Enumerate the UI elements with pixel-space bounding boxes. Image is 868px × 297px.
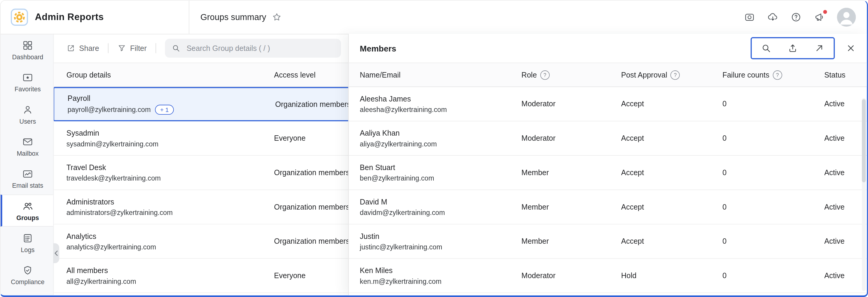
dashboard-grid-icon (22, 39, 33, 51)
envelope-icon (22, 136, 33, 147)
sidebar: Dashboard Favorites Users Mailbox (1, 34, 54, 296)
sidebar-item-favorites[interactable]: Favorites (1, 66, 53, 98)
sidebar-item-groups[interactable]: Groups (1, 195, 53, 227)
member-name: Aaliya Khan (360, 128, 522, 137)
app-brand[interactable]: Admin Reports (1, 1, 189, 34)
members-toolbar-highlight (750, 37, 835, 59)
open-in-new-icon[interactable] (814, 43, 824, 53)
logs-icon (22, 232, 33, 243)
group-name: Administrators (66, 197, 274, 206)
member-status: Active (824, 134, 867, 142)
member-role: Member (522, 168, 621, 177)
favorite-star-icon[interactable] (272, 12, 282, 22)
member-name: Justin (360, 232, 522, 241)
member-row[interactable]: Aaliya Khan aliya@zylkertraining.com Mod… (349, 121, 867, 156)
search-icon[interactable] (761, 43, 771, 53)
member-row[interactable]: Ken Miles ken.m@zylkertraining.com Moder… (349, 259, 867, 293)
toolbar-divider (108, 43, 108, 53)
sidebar-item-label: Groups (17, 214, 39, 221)
filter-button[interactable]: Filter (118, 44, 147, 53)
sidebar-item-label: Email stats (12, 182, 43, 189)
sidebar-item-email-stats[interactable]: Email stats (1, 162, 53, 194)
sidebar-item-mailbox[interactable]: Mailbox (1, 130, 53, 162)
group-search-input[interactable] (185, 44, 334, 53)
member-role: Moderator (522, 272, 621, 280)
member-status: Active (824, 272, 867, 280)
share-label: Share (79, 44, 99, 52)
email-stats-icon (22, 168, 33, 179)
member-name: Ben Stuart (360, 163, 522, 172)
top-bar: Admin Reports Groups summary (1, 1, 867, 34)
scrollbar-track (862, 98, 866, 291)
member-role: Moderator (522, 134, 621, 142)
members-table-header: Name/Email Role Post Approval Failure co… (349, 62, 867, 87)
sidebar-item-compliance[interactable]: Compliance (1, 259, 53, 291)
user-avatar[interactable] (837, 8, 856, 27)
sidebar-item-label: Favorites (14, 86, 41, 92)
chevron-left-icon (54, 250, 58, 256)
member-row[interactable]: David M davidm@zylkertraining.com Member… (349, 190, 867, 224)
member-role: Member (522, 237, 621, 245)
member-status: Active (824, 237, 867, 245)
sidebar-item-label: Logs (21, 246, 35, 253)
member-post-approval: Accept (621, 168, 722, 177)
group-name: Travel Desk (66, 163, 274, 172)
member-email: aliya@zylkertraining.com (360, 139, 522, 148)
role-help-icon[interactable] (540, 70, 549, 79)
group-name: All members (66, 266, 274, 275)
sidebar-item-dashboard[interactable]: Dashboard (1, 34, 53, 66)
members-title: Members (360, 44, 396, 53)
sidebar-item-logs[interactable]: Logs (1, 227, 53, 259)
member-status: Active (824, 203, 867, 211)
column-role: Role (522, 70, 621, 79)
member-post-approval: Hold (621, 272, 722, 280)
group-name: Payroll (67, 94, 275, 103)
member-role: Member (522, 203, 621, 211)
member-failure-count: 0 (722, 203, 824, 211)
help-icon[interactable] (790, 12, 802, 23)
column-failure-counts: Failure counts (722, 70, 824, 79)
export-icon[interactable] (787, 43, 798, 53)
member-status: Active (824, 100, 867, 108)
group-email: traveldesk@zylkertraining.com (66, 174, 274, 183)
favorites-icon (22, 72, 33, 83)
member-post-approval: Accept (621, 100, 722, 108)
shield-check-icon (22, 265, 33, 276)
column-post-approval: Post Approval (621, 70, 722, 79)
capture-icon[interactable] (744, 12, 755, 23)
member-row[interactable]: Justin justinc@zylkertraining.com Member… (349, 224, 867, 259)
share-icon (66, 44, 75, 53)
more-count-badge[interactable]: + 1 (155, 105, 174, 115)
group-email: payroll@zylkertraining.com (67, 105, 151, 114)
member-post-approval: Accept (621, 134, 722, 142)
post-approval-help-icon[interactable] (671, 70, 680, 79)
whats-new-icon[interactable] (814, 12, 825, 23)
app-window: Admin Reports Groups summary (0, 0, 868, 297)
member-row[interactable]: Aleesha James aleesha@zylkertraining.com… (349, 87, 867, 122)
failure-counts-help-icon[interactable] (773, 70, 782, 79)
member-failure-count: 0 (722, 100, 824, 108)
column-name-email: Name/Email (360, 71, 522, 79)
toolbar-divider (155, 43, 156, 53)
sidebar-item-label: Mailbox (17, 150, 38, 157)
member-failure-count: 0 (722, 272, 824, 280)
sidebar-collapse-handle[interactable] (53, 243, 59, 263)
admin-reports-logo-icon (10, 8, 28, 26)
members-panel-header: Members (349, 34, 867, 62)
app-title: Admin Reports (35, 12, 104, 23)
group-search-box[interactable] (165, 39, 341, 58)
member-row[interactable]: Ben Stuart ben@zylkertraining.com Member… (349, 156, 867, 190)
group-email: all@zylkertraining.com (66, 277, 274, 286)
close-icon[interactable] (846, 43, 856, 53)
column-status: Status (824, 71, 867, 79)
sidebar-item-users[interactable]: Users (1, 98, 53, 130)
member-failure-count: 0 (722, 168, 824, 177)
member-failure-count: 0 (722, 134, 824, 142)
member-email: ken.m@zylkertraining.com (360, 277, 522, 286)
column-group-details: Group details (66, 71, 274, 79)
cloud-download-icon[interactable] (767, 12, 778, 23)
scrollbar-thumb[interactable] (862, 99, 866, 182)
share-button[interactable]: Share (66, 44, 99, 53)
members-panel: Members (348, 34, 867, 296)
member-name: Ken Miles (360, 266, 522, 275)
